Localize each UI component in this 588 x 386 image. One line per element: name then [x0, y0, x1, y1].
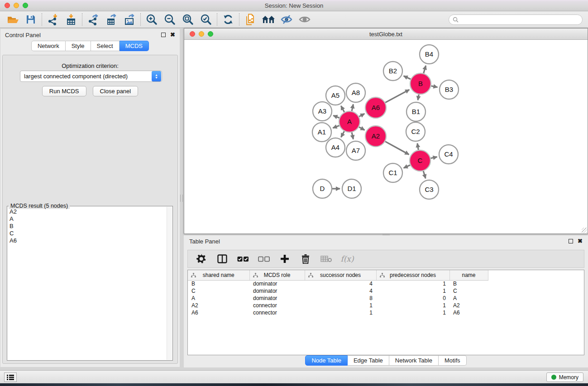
graph-node-C3[interactable]: C3	[420, 180, 439, 199]
network-window-titlebar[interactable]: testGlobe.txt	[184, 29, 588, 40]
table-cell[interactable]: C	[188, 287, 249, 295]
table-cell[interactable]: 4	[305, 287, 376, 295]
export-network-icon[interactable]	[84, 12, 102, 27]
table-cell[interactable]: connector	[249, 302, 305, 309]
show-column-icon[interactable]	[215, 252, 229, 266]
graph-edge-B-B1[interactable]	[418, 95, 419, 100]
mcds-result-item[interactable]: B	[10, 223, 167, 230]
criterion-dropdown[interactable]: largest connected component (directed) ▲…	[20, 71, 162, 82]
graph-edge-C-C2[interactable]	[417, 143, 418, 150]
zoom-fit-icon[interactable]	[179, 12, 197, 27]
graph-node-C1[interactable]: C1	[383, 163, 402, 182]
import-network-icon[interactable]	[44, 12, 62, 27]
show-all-eye-icon[interactable]	[296, 12, 314, 27]
graph-node-B2[interactable]: B2	[383, 62, 402, 81]
search-input[interactable]	[461, 16, 578, 23]
table-row[interactable]: Cdominator41C	[188, 287, 488, 295]
mcds-result-list[interactable]: A2ABCA6	[8, 207, 167, 360]
graph-node-B[interactable]: B	[410, 73, 431, 94]
select-all-icon[interactable]	[236, 252, 250, 266]
graph-node-C2[interactable]: C2	[406, 122, 425, 141]
graph-node-A3[interactable]: A3	[313, 102, 332, 121]
table-cell[interactable]: A6	[188, 309, 249, 316]
table-cell[interactable]: B	[188, 280, 249, 287]
graph-edge-A-A4[interactable]	[341, 131, 344, 137]
graph-edge-B-B4[interactable]	[424, 66, 426, 73]
graph-edge-A-A2[interactable]	[359, 127, 365, 130]
table-cell[interactable]: A2	[188, 302, 249, 309]
graph-edge-C-C3[interactable]	[423, 171, 425, 178]
graph-edge-A-A5[interactable]	[341, 106, 344, 112]
zoom-selected-icon[interactable]	[197, 12, 215, 27]
table-row[interactable]: Bdominator41B	[188, 280, 488, 287]
float-panel-icon[interactable]	[569, 239, 573, 243]
import-table-icon[interactable]	[62, 12, 80, 27]
minimize-network-window-button[interactable]	[199, 31, 204, 37]
float-panel-icon[interactable]	[161, 33, 166, 37]
function-builder-icon[interactable]: f(x)	[340, 252, 354, 266]
mcds-result-item[interactable]: A2	[10, 208, 167, 215]
table-row[interactable]: A2connector11A2	[188, 302, 488, 309]
close-panel-icon[interactable]: ✖	[578, 239, 583, 243]
memory-button[interactable]: Memory	[546, 372, 583, 382]
tab-network-table[interactable]: Network Table	[389, 355, 439, 366]
graph-edge-A-A3[interactable]	[333, 115, 339, 118]
tab-node-table[interactable]: Node Table	[305, 355, 348, 366]
close-network-window-button[interactable]	[190, 31, 195, 37]
delete-table-icon[interactable]	[319, 252, 334, 266]
mcds-result-item[interactable]: C	[10, 230, 167, 237]
table-cell[interactable]: dominator	[249, 295, 305, 302]
refresh-icon[interactable]	[219, 12, 237, 27]
table-cell[interactable]: 1	[305, 302, 376, 309]
graph-edge-A-A7[interactable]	[352, 132, 353, 139]
graph-node-A5[interactable]: A5	[326, 86, 345, 105]
graph-edge-B-B3[interactable]	[431, 86, 438, 87]
column-header-mcds-role[interactable]: MCDS role	[249, 270, 305, 280]
table-cell[interactable]: dominator	[249, 287, 305, 295]
graph-node-C4[interactable]: C4	[439, 145, 458, 164]
tab-style[interactable]: Style	[66, 41, 91, 51]
add-column-icon[interactable]	[277, 252, 292, 266]
table-cell[interactable]: 1	[376, 287, 449, 295]
split-divider-grip[interactable]	[180, 195, 183, 202]
hide-selected-eye-icon[interactable]	[277, 12, 296, 27]
graph-node-A6[interactable]: A6	[365, 97, 386, 118]
table-cell[interactable]: A2	[449, 302, 488, 309]
table-cell[interactable]: 1	[305, 309, 376, 316]
graph-edge-A-A6[interactable]	[359, 114, 364, 117]
graph-node-A7[interactable]: A7	[346, 141, 365, 160]
graph-edge-C-C1[interactable]	[404, 165, 410, 168]
column-header-name[interactable]: name	[449, 270, 488, 280]
graph-edge-A6-B[interactable]	[385, 90, 409, 103]
save-session-icon[interactable]	[22, 12, 40, 27]
table-cell[interactable]: A6	[449, 309, 488, 316]
delete-column-icon[interactable]	[298, 252, 313, 266]
table-cell[interactable]: 1	[376, 309, 449, 316]
graph-edge-A2-C[interactable]	[385, 142, 409, 155]
table-cell[interactable]: C	[449, 287, 488, 295]
graph-node-D1[interactable]: D1	[342, 179, 361, 198]
graph-edge-A-A8[interactable]	[352, 104, 353, 111]
network-canvas[interactable]: B4B2BB3A8A5A6A3B1AA1C2A2A4A7C4CC1C3DD1	[184, 40, 588, 234]
graph-node-B4[interactable]: B4	[420, 45, 439, 64]
column-header-successor-nodes[interactable]: successor nodes	[305, 270, 376, 280]
zoom-network-window-button[interactable]	[208, 31, 213, 37]
mcds-result-item[interactable]: A	[10, 215, 167, 223]
graph-node-B1[interactable]: B1	[406, 102, 425, 121]
open-session-icon[interactable]	[4, 12, 22, 27]
table-cell[interactable]: 8	[305, 295, 376, 302]
close-window-button[interactable]	[5, 3, 10, 8]
graph-node-B3[interactable]: B3	[440, 80, 459, 99]
first-neighbors-home-icon[interactable]	[259, 12, 277, 27]
settings-gear-icon[interactable]	[194, 252, 209, 266]
zoom-window-button[interactable]	[23, 3, 28, 8]
graph-node-A2[interactable]: A2	[365, 126, 386, 147]
column-header-shared-name[interactable]: shared name	[188, 270, 249, 280]
column-header-predecessor-nodes[interactable]: predecessor nodes	[376, 270, 449, 280]
graph-edge-A-A1[interactable]	[333, 126, 339, 128]
zoom-in-icon[interactable]	[143, 12, 161, 27]
close-panel-button[interactable]: Close panel	[93, 86, 139, 96]
table-cell[interactable]: A	[449, 295, 488, 302]
tab-network[interactable]: Network	[31, 41, 66, 51]
table-cell[interactable]: connector	[249, 309, 305, 316]
